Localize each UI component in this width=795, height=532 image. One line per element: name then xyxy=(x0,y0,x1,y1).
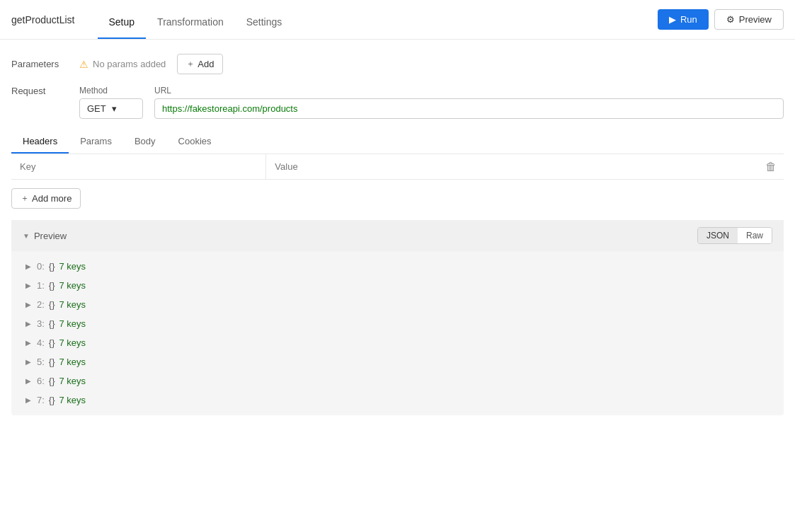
warning-icon: ⚠ xyxy=(79,59,88,70)
preview-body: ▶ 0: {} 7 keys ▶ 1: {} 7 keys ▶ 2: {} 7 … xyxy=(11,251,784,415)
expand-arrow-icon: ▶ xyxy=(25,320,33,328)
main-tabs: Setup Transformation Settings xyxy=(98,0,294,39)
header-value-input[interactable] xyxy=(266,154,758,179)
json-list-item[interactable]: ▶ 1: {} 7 keys xyxy=(11,276,784,295)
expand-arrow-icon: ▶ xyxy=(25,262,33,270)
method-column: Method GET ▾ xyxy=(79,86,143,119)
run-button[interactable]: ▶ Run xyxy=(658,9,709,30)
format-raw-button[interactable]: Raw xyxy=(738,228,772,243)
preview-title: ▼ Preview xyxy=(23,231,67,241)
url-input[interactable] xyxy=(154,98,784,119)
main-content: Parameters ⚠ No params added ＋ Add Reque… xyxy=(0,40,795,429)
request-row: Request Method GET ▾ URL xyxy=(11,86,784,119)
expand-arrow-icon: ▶ xyxy=(25,396,33,404)
plus-icon-add-more: ＋ xyxy=(21,192,29,204)
json-list-item[interactable]: ▶ 2: {} 7 keys xyxy=(11,295,784,314)
chevron-down-icon: ▾ xyxy=(112,103,117,114)
sub-tab-headers[interactable]: Headers xyxy=(11,130,69,154)
request-section: Request Method GET ▾ URL xyxy=(11,86,784,119)
json-list-item[interactable]: ▶ 6: {} 7 keys xyxy=(11,371,784,391)
json-list-item[interactable]: ▶ 5: {} 7 keys xyxy=(11,352,784,371)
sub-tab-body[interactable]: Body xyxy=(123,130,167,154)
preview-header: ▼ Preview JSON Raw xyxy=(11,220,784,251)
expand-arrow-icon: ▶ xyxy=(25,301,33,308)
expand-arrow-icon: ▶ xyxy=(25,377,33,385)
plus-icon: ＋ xyxy=(186,58,195,70)
preview-section: ▼ Preview JSON Raw ▶ 0: {} 7 keys ▶ 1: {… xyxy=(11,220,784,415)
parameters-label: Parameters xyxy=(11,59,68,69)
expand-arrow-icon: ▶ xyxy=(25,339,33,347)
trash-icon: 🗑 xyxy=(765,161,777,173)
top-actions: ▶ Run ⚙ Preview xyxy=(658,9,784,30)
app-title: getProductList xyxy=(11,14,75,25)
expand-arrow-icon: ▶ xyxy=(25,358,33,366)
json-list-item[interactable]: ▶ 3: {} 7 keys xyxy=(11,314,784,333)
eye-icon: ⚙ xyxy=(726,14,735,25)
tab-transformation[interactable]: Transformation xyxy=(146,16,235,39)
chevron-icon: ▼ xyxy=(23,232,30,240)
header-key-input[interactable] xyxy=(11,154,266,179)
method-select[interactable]: GET ▾ xyxy=(79,98,143,119)
run-icon: ▶ xyxy=(669,14,676,25)
preview-button[interactable]: ⚙ Preview xyxy=(714,9,784,30)
parameters-section: Parameters ⚠ No params added ＋ Add xyxy=(11,54,784,74)
format-toggle: JSON Raw xyxy=(697,227,772,244)
method-label: Method xyxy=(79,86,143,96)
expand-arrow-icon: ▶ xyxy=(25,282,33,289)
sub-tab-params[interactable]: Params xyxy=(69,130,123,154)
sub-tabs: Headers Params Body Cookies xyxy=(11,130,784,154)
json-list-item[interactable]: ▶ 7: {} 7 keys xyxy=(11,391,784,410)
add-param-button[interactable]: ＋ Add xyxy=(177,54,223,74)
sub-tab-cookies[interactable]: Cookies xyxy=(167,130,223,154)
url-column: URL xyxy=(154,86,784,119)
no-params-indicator: ⚠ No params added xyxy=(79,59,166,70)
request-label: Request xyxy=(11,86,68,96)
add-more-button[interactable]: ＋ Add more xyxy=(11,188,81,209)
format-json-button[interactable]: JSON xyxy=(698,228,738,243)
tab-setup[interactable]: Setup xyxy=(98,16,147,39)
json-list-item[interactable]: ▶ 4: {} 7 keys xyxy=(11,333,784,352)
url-label: URL xyxy=(154,86,784,96)
headers-table: 🗑 xyxy=(11,154,784,180)
headers-row: 🗑 xyxy=(11,154,784,180)
json-list-item[interactable]: ▶ 0: {} 7 keys xyxy=(11,257,784,276)
top-bar: getProductList Setup Transformation Sett… xyxy=(0,0,795,40)
tab-settings[interactable]: Settings xyxy=(235,16,294,39)
delete-header-button[interactable]: 🗑 xyxy=(758,156,784,178)
